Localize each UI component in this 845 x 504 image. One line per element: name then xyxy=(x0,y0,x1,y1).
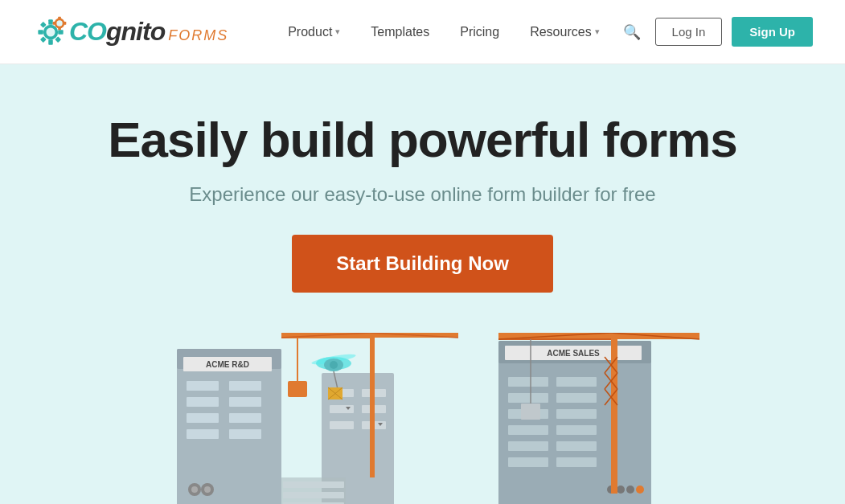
svg-rect-89 xyxy=(281,477,346,504)
cog-icon xyxy=(32,14,69,51)
svg-point-1 xyxy=(46,27,55,36)
svg-rect-68 xyxy=(611,333,617,494)
svg-rect-25 xyxy=(229,429,261,439)
svg-rect-12 xyxy=(58,16,61,19)
svg-rect-53 xyxy=(508,393,548,403)
nav-item-product[interactable]: Product ▾ xyxy=(277,18,351,46)
hero-illustration: ACME R&D xyxy=(0,333,845,504)
svg-point-67 xyxy=(636,486,644,494)
logo-co: CO xyxy=(69,17,106,46)
svg-rect-18 xyxy=(187,381,219,391)
logo[interactable]: COgnito FORMS xyxy=(32,14,228,51)
logo-text: COgnito FORMS xyxy=(69,17,228,47)
svg-text:ACME R&D: ACME R&D xyxy=(206,360,249,369)
svg-rect-44 xyxy=(288,381,307,397)
svg-rect-5 xyxy=(58,30,63,35)
hero-title: Easily build powerful forms xyxy=(108,113,737,167)
svg-rect-2 xyxy=(48,19,53,24)
search-button[interactable]: 🔍 xyxy=(618,18,646,46)
chevron-down-icon: ▾ xyxy=(595,27,600,37)
svg-rect-80 xyxy=(521,404,540,420)
svg-rect-23 xyxy=(229,397,261,407)
svg-rect-57 xyxy=(508,457,548,467)
svg-rect-56 xyxy=(508,441,548,451)
logo-brand: COgnito xyxy=(69,17,165,47)
header: COgnito FORMS Product ▾ Templates Pricin… xyxy=(0,0,845,64)
svg-rect-16 xyxy=(177,349,281,504)
svg-text:ACME SALES: ACME SALES xyxy=(547,349,600,358)
svg-rect-4 xyxy=(38,30,43,35)
svg-rect-3 xyxy=(48,39,53,44)
svg-rect-91 xyxy=(283,492,344,498)
search-icon: 🔍 xyxy=(623,24,641,40)
svg-rect-59 xyxy=(556,393,597,403)
logo-forms: FORMS xyxy=(168,27,228,44)
svg-rect-20 xyxy=(187,413,219,423)
svg-point-11 xyxy=(56,20,62,26)
svg-rect-15 xyxy=(64,22,67,25)
svg-rect-37 xyxy=(330,421,354,429)
nav-item-pricing[interactable]: Pricing xyxy=(449,18,511,46)
svg-rect-24 xyxy=(229,413,261,423)
svg-rect-61 xyxy=(556,425,597,435)
nav-item-resources[interactable]: Resources ▾ xyxy=(519,18,610,46)
svg-rect-41 xyxy=(370,333,375,477)
svg-point-84 xyxy=(330,361,338,369)
svg-rect-60 xyxy=(556,409,597,419)
login-button[interactable]: Log In xyxy=(655,18,723,46)
svg-rect-52 xyxy=(508,377,548,387)
svg-rect-21 xyxy=(187,429,219,439)
svg-rect-14 xyxy=(53,22,56,25)
signup-button[interactable]: Sign Up xyxy=(732,17,813,47)
construction-scene: ACME R&D xyxy=(0,333,845,504)
svg-rect-48 xyxy=(498,341,651,504)
hero-section: Easily build powerful forms Experience o… xyxy=(0,64,845,504)
cta-button[interactable]: Start Building Now xyxy=(292,235,553,293)
main-nav: Product ▾ Templates Pricing Resources ▾ xyxy=(277,18,617,46)
hero-subtitle: Experience our easy-to-use online form b… xyxy=(189,183,655,206)
svg-rect-22 xyxy=(229,381,261,391)
svg-rect-35 xyxy=(330,405,354,413)
logo-gnito: gnito xyxy=(106,17,165,46)
svg-rect-58 xyxy=(556,377,597,387)
svg-rect-62 xyxy=(556,441,597,451)
nav-item-templates[interactable]: Templates xyxy=(359,18,441,46)
svg-rect-90 xyxy=(283,481,344,488)
svg-rect-55 xyxy=(508,425,548,435)
svg-point-31 xyxy=(204,486,211,493)
nav-actions: 🔍 Log In Sign Up xyxy=(618,17,813,47)
svg-point-29 xyxy=(191,486,198,493)
chevron-down-icon: ▾ xyxy=(335,27,340,37)
svg-rect-19 xyxy=(187,397,219,407)
svg-rect-63 xyxy=(556,457,597,467)
svg-point-66 xyxy=(626,486,634,494)
svg-point-65 xyxy=(617,486,625,494)
svg-rect-13 xyxy=(58,27,61,30)
